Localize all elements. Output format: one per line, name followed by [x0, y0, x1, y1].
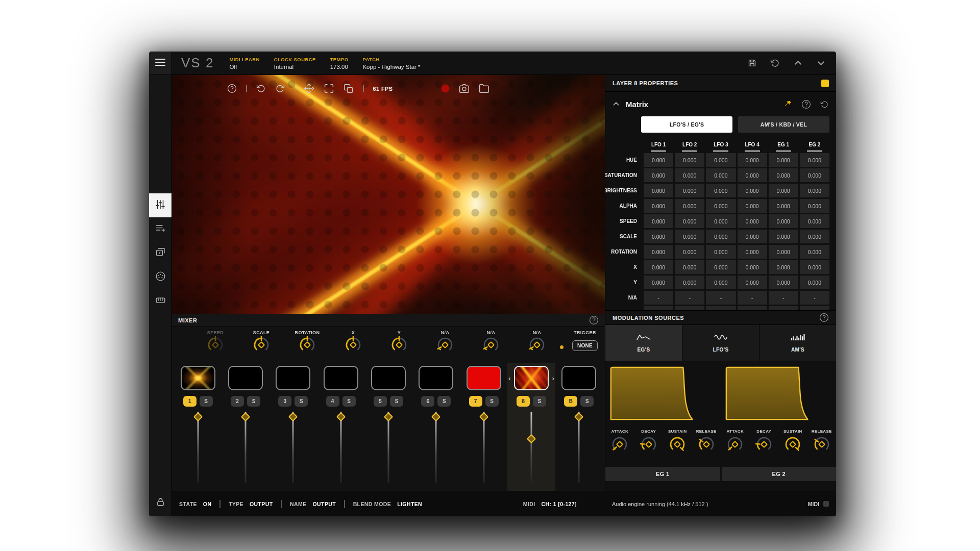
channel-thumbnail-1[interactable] — [181, 366, 215, 390]
matrix-cell[interactable]: 0.000 — [738, 199, 767, 213]
channel-slider-3[interactable] — [270, 412, 317, 488]
mod-tab-lfos[interactable]: LFO'S — [682, 325, 760, 361]
sidebar-item-midi-din[interactable] — [149, 265, 172, 289]
slider-handle[interactable] — [241, 412, 250, 421]
channel-thumbnail-B[interactable] — [561, 366, 596, 390]
matrix-cell[interactable]: 0.000 — [644, 230, 673, 243]
knob-attack[interactable]: ATTACK — [605, 429, 634, 465]
channel-thumbnail-3[interactable] — [276, 366, 310, 390]
matrix-cell[interactable]: 0.000 — [800, 214, 829, 228]
sidebar-item-keyboard[interactable] — [149, 289, 172, 313]
matrix-cell[interactable]: 0.000 — [738, 184, 767, 197]
channel-solo-button-2[interactable]: S — [247, 396, 260, 407]
matrix-cell[interactable]: - — [644, 291, 673, 305]
knob-release[interactable]: RELEASE — [807, 429, 837, 465]
knob-dial[interactable] — [813, 436, 830, 455]
status-value-blend-mode[interactable]: LIGHTEN — [397, 501, 422, 507]
pin-icon[interactable] — [784, 100, 792, 108]
matrix-cell[interactable]: - — [800, 291, 829, 305]
mixer-knob-na[interactable]: N/A — [514, 330, 560, 356]
redo-icon[interactable] — [275, 84, 285, 93]
layer-color-swatch[interactable] — [821, 80, 829, 87]
matrix-cell[interactable]: 0.000 — [800, 153, 829, 167]
matrix-cell[interactable]: 0.000 — [706, 214, 736, 228]
matrix-cell[interactable]: 0.000 — [706, 260, 736, 274]
mixer-knob-x[interactable]: X — [330, 330, 376, 356]
knob-dial[interactable] — [755, 436, 773, 455]
matrix-cell[interactable] — [769, 306, 798, 310]
channel-thumbnail-7[interactable] — [467, 366, 501, 390]
knob-dial[interactable] — [611, 436, 628, 455]
visual-preview[interactable]: 61 FPS — [172, 75, 605, 314]
knob-dial[interactable] — [726, 436, 744, 455]
fullscreen-icon[interactable] — [324, 83, 334, 94]
knob-dial[interactable] — [528, 336, 546, 356]
channel-thumbnail-8[interactable] — [514, 366, 549, 390]
lock-button[interactable] — [149, 497, 172, 509]
matrix-cell[interactable]: 0.000 — [706, 168, 736, 182]
matrix-cell[interactable] — [644, 306, 673, 310]
channel-solo-button-3[interactable]: S — [295, 396, 308, 407]
channel-enable-button-6[interactable]: 6 — [421, 396, 434, 407]
matrix-cell[interactable]: 0.000 — [675, 260, 704, 274]
undo-icon[interactable] — [770, 58, 780, 68]
matrix-cell[interactable]: 0.000 — [675, 153, 704, 167]
knob-attack[interactable]: ATTACK — [721, 429, 750, 465]
channel-thumbnail-5[interactable] — [371, 366, 406, 390]
sidebar-item-playlist-add[interactable] — [149, 217, 172, 241]
matrix-tab-2[interactable]: AM'S / KBD / VEL — [738, 116, 829, 133]
matrix-cell[interactable]: 0.000 — [644, 199, 673, 213]
matrix-cell[interactable]: 0.000 — [644, 245, 673, 259]
knob-dial[interactable] — [299, 336, 316, 356]
help-icon[interactable] — [589, 315, 599, 325]
matrix-cell[interactable]: 0.000 — [675, 199, 704, 213]
matrix-cell[interactable]: 0.000 — [800, 168, 829, 182]
knob-dial[interactable] — [345, 336, 362, 356]
channel-slider-8[interactable] — [507, 412, 555, 488]
channel-slider-B[interactable] — [555, 412, 603, 488]
slider-handle[interactable] — [336, 412, 345, 421]
main-menu-button[interactable] — [149, 52, 172, 74]
slider-handle[interactable] — [479, 412, 488, 421]
matrix-cell[interactable]: 0.000 — [738, 153, 767, 167]
trigger-none-button[interactable]: NONE — [572, 340, 598, 351]
status-value-state[interactable]: ON — [203, 501, 212, 507]
matrix-cell[interactable]: 0.000 — [800, 276, 829, 289]
matrix-cell[interactable]: 0.000 — [769, 153, 798, 167]
matrix-cell[interactable]: 0.000 — [800, 199, 829, 213]
prev-layer-arrow[interactable]: ‹ — [508, 375, 510, 382]
channel-solo-button-4[interactable]: S — [342, 396, 356, 407]
matrix-cell[interactable]: 0.000 — [800, 184, 829, 197]
matrix-cell[interactable]: 0.000 — [769, 214, 798, 228]
folder-icon[interactable] — [479, 83, 489, 94]
matrix-tab-1[interactable]: LFO'S / EG'S — [641, 116, 732, 133]
mixer-knob-rotation[interactable]: ROTATION — [284, 330, 330, 356]
matrix-cell[interactable]: 0.000 — [769, 276, 798, 289]
status-value-type[interactable]: OUTPUT — [250, 501, 273, 507]
knob-decay[interactable]: DECAY — [750, 429, 779, 465]
collapse-up-icon[interactable] — [793, 58, 803, 68]
channel-enable-button-4[interactable]: 4 — [326, 396, 339, 407]
channel-thumbnail-6[interactable] — [419, 366, 453, 390]
channel-enable-button-3[interactable]: 3 — [278, 396, 291, 407]
channel-slider-4[interactable] — [317, 412, 364, 488]
mixer-knob-y[interactable]: Y — [376, 330, 422, 356]
help-icon[interactable] — [801, 99, 811, 109]
sidebar-item-mixer-faders[interactable] — [149, 193, 172, 217]
matrix-cell[interactable]: 0.000 — [706, 276, 736, 289]
channel-thumbnail-2[interactable] — [228, 366, 263, 390]
channel-slider-5[interactable] — [364, 412, 412, 488]
matrix-cell[interactable]: 0.000 — [706, 245, 736, 259]
record-icon[interactable] — [441, 84, 450, 93]
matrix-cell[interactable] — [800, 306, 829, 310]
channel-slider-6[interactable] — [412, 412, 460, 488]
slider-handle[interactable] — [574, 412, 583, 421]
mixer-knob-na[interactable]: N/A — [468, 330, 514, 356]
collapse-down-icon[interactable] — [816, 58, 826, 68]
knob-dial[interactable] — [698, 436, 715, 455]
camera-icon[interactable] — [459, 83, 470, 94]
channel-enable-button-1[interactable]: 1 — [183, 396, 197, 407]
matrix-cell[interactable]: 0.000 — [738, 230, 767, 243]
help-icon[interactable] — [819, 313, 829, 322]
envelope-display-1[interactable] — [609, 366, 697, 421]
